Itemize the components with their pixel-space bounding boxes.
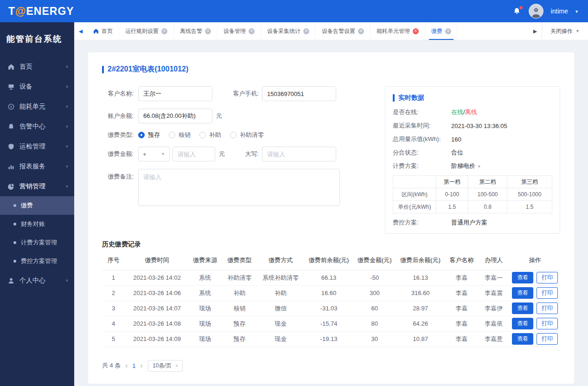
tab-bar: ◀ 首页 运行规则设置 × 离线告警 × 设备管理 × [74, 22, 588, 40]
tab-run-rules[interactable]: 运行规则设置 × [119, 22, 174, 40]
sidebar-subitem-payment[interactable]: 缴费 [0, 196, 74, 215]
sidebar-item-inspection[interactable]: 运检管理 ∨ [0, 136, 74, 156]
chevron-down-icon: ▼ [575, 29, 580, 33]
column-header: 缴费时间 [125, 251, 189, 270]
sidebar-item-label: 营销管理 [19, 182, 65, 191]
radio-subsidy-clear[interactable]: 补助清零 [230, 131, 264, 139]
amount-sign-select[interactable]: + ▼ [138, 147, 170, 161]
notification-bell-icon[interactable] [512, 7, 521, 16]
close-icon[interactable]: × [445, 28, 451, 34]
print-button[interactable]: 打印 [537, 272, 558, 283]
cell-time: 2021-03-26 14:02 [125, 270, 189, 285]
close-operations-dropdown[interactable]: 关闭操作 ▼ [542, 22, 588, 40]
tab-home[interactable]: 首页 [87, 22, 119, 40]
print-button[interactable]: 打印 [537, 287, 558, 299]
sidebar-subitem-billing-plan[interactable]: 计费方案管理 [0, 233, 74, 252]
pay-remark-textarea[interactable] [138, 169, 340, 206]
close-icon[interactable]: × [358, 28, 364, 34]
footer-actions: 保存 取消 [88, 384, 574, 386]
realtime-data-panel: 实时数据 是否在线: 在线/离线 最近采集时间: 2021-03-30 13:3… [385, 86, 560, 234]
sidebar-item-alarm-center[interactable]: 告警中心 ∨ [0, 116, 74, 136]
current-page[interactable]: 1 [132, 362, 135, 369]
view-button[interactable]: 查看 [512, 287, 533, 299]
cell-index: 2 [102, 285, 125, 301]
radio-icon [199, 132, 206, 138]
tab-device-collection-stats[interactable]: 设备采集统计 × [261, 22, 316, 40]
payment-form: 客户名称: 客户手机: 账户余额: 元 [102, 86, 369, 234]
cell-operator: 李嘉一 [478, 270, 510, 285]
print-button[interactable]: 打印 [537, 302, 558, 314]
sidebar-item-marketing[interactable]: 营销管理 ∧ [0, 176, 74, 196]
amount-caps-input[interactable] [262, 147, 336, 161]
cell-amount: 300 [354, 285, 395, 301]
radio-label: 预存 [148, 131, 160, 139]
tabs-scroll-left-icon[interactable]: ◀ [74, 22, 87, 40]
cell-amount: 80 [354, 316, 395, 331]
billing-plan-select[interactable]: 阶梯电价 ▼ [451, 162, 481, 170]
tab-label: 设备采集统计 [267, 27, 300, 35]
sidebar-item-label: 能耗单元 [19, 103, 65, 111]
column-header: 缴费来源 [189, 251, 221, 270]
cell-balance-after: 28.97 [395, 301, 446, 316]
column-header: 操作 [510, 251, 560, 270]
logo-at-symbol: @ [15, 5, 26, 17]
customer-phone-input[interactable] [262, 86, 336, 101]
customer-name-label: 客户名称: [102, 90, 134, 98]
chevron-down-icon: ∨ [65, 278, 69, 283]
radio-label: 核销 [179, 131, 191, 139]
tab-device-management[interactable]: 设备管理 × [217, 22, 261, 40]
tab-energy-unit-management[interactable]: 能耗单元管理 × [371, 22, 425, 40]
print-button[interactable]: 打印 [537, 333, 558, 345]
cell-balance-before: 16.60 [304, 285, 354, 301]
close-icon[interactable]: × [161, 28, 167, 34]
sidebar-item-energy-unit[interactable]: 能耗单元 ∨ [0, 96, 74, 116]
total-usage-value: 160 [451, 136, 461, 143]
username[interactable]: intime [551, 7, 568, 15]
radio-writeoff[interactable]: 核销 [169, 131, 191, 139]
sidebar-subitem-finance-reconciliation[interactable]: 财务对账 [0, 215, 74, 233]
account-balance-input[interactable] [138, 109, 212, 123]
tab-offline-alarm[interactable]: 离线告警 × [174, 22, 217, 40]
close-icon[interactable]: × [413, 28, 419, 34]
prev-page-button[interactable]: ‹ [125, 362, 128, 369]
tab-label: 运行规则设置 [125, 27, 159, 35]
view-button[interactable]: 查看 [512, 302, 533, 314]
tab-device-alarm-settings[interactable]: 设备告警设置 × [316, 22, 371, 40]
avatar[interactable] [529, 4, 543, 19]
sidebar-subitem-fee-control-plan[interactable]: 费控方案管理 [0, 252, 74, 270]
close-icon[interactable]: × [205, 28, 211, 34]
cell-method: 补助 [258, 285, 304, 301]
billing-plan-label: 计费方案: [393, 162, 451, 170]
tabs-scroll-right-icon[interactable]: ▶ [529, 28, 542, 34]
radio-icon [169, 132, 175, 138]
sidebar-item-home[interactable]: 首页 ∨ [0, 57, 74, 77]
cell-customer: 李嘉 [446, 331, 478, 347]
print-button[interactable]: 打印 [537, 318, 558, 329]
sidebar-item-reports[interactable]: 报表服务 ∨ [0, 156, 74, 176]
pay-amount-input[interactable] [173, 147, 215, 161]
amount-sign-value: + [143, 151, 147, 158]
sidebar-item-personal-center[interactable]: 个人中心 ∨ [0, 270, 74, 290]
cell-balance-after: 10.87 [395, 331, 446, 347]
table-row: 1 2021-03-26 14:02 系统 补助清零 系统补助清零 66.13 … [102, 270, 560, 285]
next-page-button[interactable]: › [140, 362, 142, 369]
page-size-select[interactable]: 10条/页 ∨ [148, 360, 183, 372]
radio-prepay[interactable]: 预存 [138, 131, 160, 139]
radio-subsidy[interactable]: 补助 [199, 131, 221, 139]
column-header: 客户名称 [446, 251, 478, 270]
view-button[interactable]: 查看 [512, 272, 533, 283]
user-menu-caret-icon[interactable]: ▾ [575, 9, 578, 14]
close-icon[interactable]: × [303, 28, 309, 34]
sidebar-item-devices[interactable]: 设备 ∨ [0, 77, 74, 96]
cell-method: 现金 [258, 331, 304, 347]
close-icon[interactable]: × [249, 28, 255, 34]
cell-time: 2021-03-26 14:09 [125, 331, 189, 347]
sidebar-subitem-label: 财务对账 [21, 220, 45, 228]
tab-payment[interactable]: 缴费 × [425, 22, 458, 40]
view-button[interactable]: 查看 [512, 318, 533, 329]
customer-name-input[interactable] [138, 86, 212, 101]
view-button[interactable]: 查看 [512, 333, 533, 345]
sidebar-item-label: 运检管理 [19, 142, 65, 151]
table-row: 3 2021-03-26 14:07 现场 核销 微信 -31.03 60 28… [102, 301, 560, 316]
tab-label: 能耗单元管理 [377, 27, 410, 35]
